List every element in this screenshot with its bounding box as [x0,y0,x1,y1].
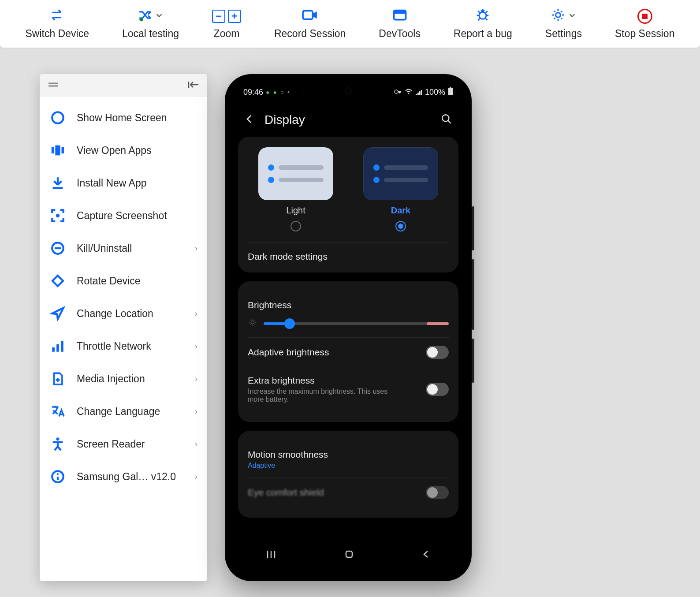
chevron-right-icon: › [195,374,197,384]
device-frame: 09:46 ● ● ○ • 100% Display [225,74,472,581]
theme-dark-option[interactable]: Dark [353,147,449,231]
wifi-icon [405,88,413,97]
status-time: 09:46 [243,88,263,97]
stop-label: Stop Session [615,28,675,40]
signal-icon [415,88,422,97]
svg-point-10 [56,214,60,218]
sidebar-item-throttle[interactable]: Throttle Network › [40,330,207,362]
report-bug-button[interactable]: Report a bug [454,8,512,40]
zoom-out-icon[interactable]: − [212,10,225,23]
motion-card: Motion smoothness Adaptive Eye comfort s… [238,431,458,518]
chevron-right-icon: › [195,407,197,416]
settings-button[interactable]: Settings [545,8,582,40]
sidebar-item-install[interactable]: Install New App [40,167,207,199]
sidebar-item-home[interactable]: Show Home Screen [40,101,207,134]
stop-session-button[interactable]: Stop Session [615,8,675,40]
accessibility-icon [49,436,66,452]
motion-smoothness-row[interactable]: Motion smoothness Adaptive [248,441,449,478]
record-label: Record Session [274,28,346,40]
sidebar-item-device-info[interactable]: Samsung Gal… v12.0 › [40,460,207,493]
sidebar-item-media[interactable]: Media Injection › [40,362,207,395]
svg-rect-7 [55,146,60,156]
zoom-in-icon[interactable]: + [228,10,241,23]
battery-icon [448,87,453,97]
shuffle-icon [138,8,153,24]
dark-mode-settings-row[interactable]: Dark mode settings [248,251,449,262]
file-plus-icon [49,370,66,387]
toggle-off-icon[interactable] [426,346,449,359]
back-nav-button[interactable] [421,549,431,561]
slider-thumb[interactable] [284,318,295,329]
sidebar-item-screenshot[interactable]: Capture Screenshot [40,199,207,232]
dark-preview [363,147,438,200]
sidebar-item-label: Install New App [77,177,197,189]
local-testing-button[interactable]: Local testing [122,8,179,40]
back-button[interactable] [244,114,255,126]
svg-point-5 [556,12,561,17]
adaptive-brightness-row[interactable]: Adaptive brightness [248,337,449,367]
toggle-off-icon[interactable] [426,486,449,499]
theme-light-label: Light [286,205,305,216]
sidebar-item-rotate[interactable]: Rotate Device [40,265,207,297]
chevron-right-icon: › [195,309,197,318]
toggle-off-icon[interactable] [426,383,449,396]
sidebar-item-screen-reader[interactable]: Screen Reader › [40,428,207,460]
sidebar-item-label: Throttle Network [77,340,184,352]
panel-header [40,74,207,97]
motion-value: Adaptive [248,462,328,470]
radio-unchecked-icon[interactable] [290,221,301,231]
phone-side-button [472,259,474,330]
page-title: Display [264,113,431,127]
svg-point-20 [408,93,409,94]
sidebar-item-label: Show Home Screen [77,112,197,124]
radio-checked-icon[interactable] [395,221,406,231]
sidebar-item-label: Capture Screenshot [77,210,197,222]
brightness-card: Brightness A [238,281,458,422]
vpn-icon [394,88,402,97]
rotate-icon [49,272,66,289]
gear-icon [551,8,566,25]
settings-label: Settings [545,28,582,40]
home-button[interactable] [344,549,354,561]
sidebar-item-label: Kill/Uninstall [77,243,184,254]
phone-side-button [472,339,474,383]
content-area: Show Home Screen View Open Apps Install … [0,48,700,581]
brightness-slider[interactable] [248,317,449,329]
recents-button[interactable] [265,549,277,561]
chevron-down-icon [568,10,576,22]
adaptive-brightness-label: Adaptive brightness [248,347,329,358]
extra-brightness-label: Extra brightness [248,375,389,386]
location-icon [49,305,66,322]
sidebar-item-open-apps[interactable]: View Open Apps [40,134,207,167]
next-row-cut[interactable]: Eye comfort shield [248,478,449,507]
svg-rect-14 [56,344,59,352]
panel-list: Show Home Screen View Open Apps Install … [40,97,207,497]
switch-device-button[interactable]: Switch Device [25,8,89,40]
svg-rect-15 [61,341,63,352]
device-screen[interactable]: 09:46 ● ● ○ • 100% Display [232,81,465,574]
sidebar-item-label: Samsung Gal… v12.0 [77,471,184,483]
zoom-button[interactable]: − + Zoom [212,8,241,40]
truncated-label: Eye comfort shield [248,487,324,498]
record-session-button[interactable]: Record Session [274,8,346,40]
slider-track[interactable] [264,322,449,325]
sidebar-item-label: Rotate Device [77,275,197,287]
sidebar-item-label: Change Language [77,406,184,418]
drag-handle-icon[interactable] [48,82,59,90]
svg-rect-9 [62,147,64,153]
sidebar-item-language[interactable]: Change Language › [40,395,207,428]
svg-point-0 [140,17,144,21]
phone-side-button [472,206,474,250]
sidebar-item-location[interactable]: Change Location › [40,297,207,330]
extra-brightness-row[interactable]: Extra brightness Increase the maximum br… [248,367,449,411]
search-button[interactable] [441,113,452,127]
stop-icon [637,9,652,24]
theme-light-option[interactable]: Light [248,147,344,231]
svg-rect-12 [52,276,63,286]
collapse-panel-icon[interactable] [188,80,199,91]
devtools-button[interactable]: DevTools [379,8,421,40]
settings-body: Light Dark [232,137,465,569]
sidebar-item-kill[interactable]: Kill/Uninstall › [40,232,207,265]
chevron-down-icon [155,10,163,22]
sidebar-item-label: View Open Apps [77,145,197,157]
